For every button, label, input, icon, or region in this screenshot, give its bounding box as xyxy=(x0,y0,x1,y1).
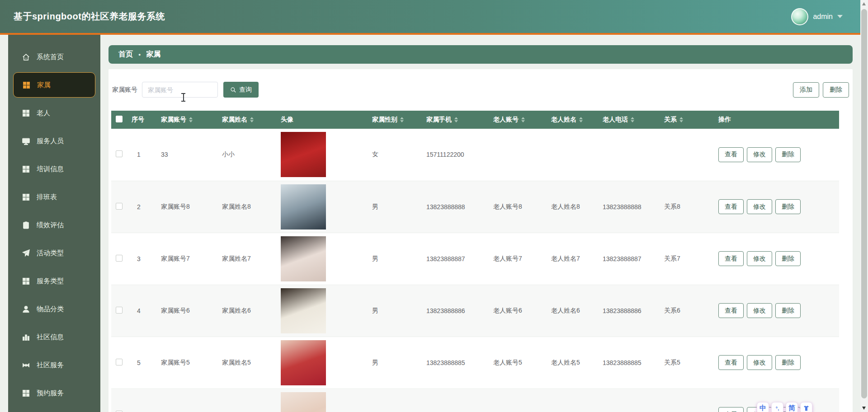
sidebar-item-排班表[interactable]: 排班表 xyxy=(8,183,100,211)
sort-arrows-icon[interactable] xyxy=(679,117,683,122)
edit-button[interactable]: 修改 xyxy=(747,147,772,162)
cell-elder-phone: 13823888887 xyxy=(598,233,660,285)
column-header-老人账号[interactable]: 老人账号 xyxy=(489,111,547,129)
cell-actions: 查看修改删除 xyxy=(714,285,839,337)
sort-arrows-icon[interactable] xyxy=(189,117,193,122)
search-label: 家属账号 xyxy=(112,86,137,94)
sidebar-item-服务类型[interactable]: 服务类型 xyxy=(8,267,100,295)
column-header-家属姓名[interactable]: 家属姓名 xyxy=(217,111,276,129)
search-input[interactable] xyxy=(142,82,218,98)
sort-arrows-icon[interactable] xyxy=(400,117,404,122)
content-panel: 家属账号 查询 添加 删除 xyxy=(108,69,853,412)
cell-relation xyxy=(660,129,714,181)
row-checkbox[interactable] xyxy=(116,359,123,365)
select-all-checkbox[interactable] xyxy=(116,116,123,122)
edit-button[interactable]: 修改 xyxy=(747,303,772,318)
cell-family-gender: 男 xyxy=(368,181,422,233)
view-button[interactable]: 查看 xyxy=(718,407,744,412)
cell-avatar xyxy=(276,129,368,181)
sidebar-item-活动类型[interactable]: 活动类型 xyxy=(8,239,100,267)
sort-arrows-icon[interactable] xyxy=(579,117,583,122)
sidebar-item-社区信息[interactable]: 社区信息 xyxy=(8,323,100,351)
view-button[interactable]: 查看 xyxy=(718,251,744,266)
row-checkbox[interactable] xyxy=(116,203,123,210)
cell-family-gender: 男 xyxy=(368,337,422,389)
ime-punctuation-mode[interactable]: °, xyxy=(771,402,783,412)
breadcrumb: 首页 ● 家属 xyxy=(108,45,853,64)
cell-family-phone: 13823888888 xyxy=(422,181,489,233)
cell-elder-name: 老人姓名6 xyxy=(547,285,598,337)
user-avatar[interactable] xyxy=(791,8,808,25)
edit-button[interactable]: 修改 xyxy=(747,199,772,214)
cell-family-phone: 15711122200 xyxy=(422,129,489,181)
scrollbar[interactable] xyxy=(860,0,868,412)
view-button[interactable]: 查看 xyxy=(718,355,744,370)
scrollbar-down-arrow-icon[interactable] xyxy=(862,407,866,410)
sidebar-item-label: 培训信息 xyxy=(37,165,64,173)
column-header-关系[interactable]: 关系 xyxy=(660,111,714,129)
column-header-老人姓名[interactable]: 老人姓名 xyxy=(547,111,598,129)
send-icon xyxy=(22,249,30,258)
column-header-家属账号[interactable]: 家属账号 xyxy=(156,111,217,129)
sidebar-item-物品分类[interactable]: 物品分类 xyxy=(8,295,100,323)
column-header-操作: 操作 xyxy=(714,111,839,129)
sidebar: 系统首页家属老人服务人员培训信息排班表绩效评估活动类型服务类型物品分类社区信息社… xyxy=(8,35,100,412)
column-header-家属性别[interactable]: 家属性别 xyxy=(368,111,422,129)
column-header-头像: 头像 xyxy=(276,111,368,129)
user-menu[interactable]: admin xyxy=(791,8,843,25)
sort-arrows-icon[interactable] xyxy=(454,117,458,122)
delete-row-button[interactable]: 删除 xyxy=(775,147,801,162)
cell-index: 2 xyxy=(127,181,156,233)
sidebar-item-老人[interactable]: 老人 xyxy=(8,99,100,127)
query-button[interactable]: 查询 xyxy=(223,82,259,98)
sidebar-item-服务人员[interactable]: 服务人员 xyxy=(8,127,100,155)
sort-arrows-icon[interactable] xyxy=(631,117,634,122)
view-button[interactable]: 查看 xyxy=(718,147,744,162)
row-checkbox[interactable] xyxy=(116,411,123,412)
search-row: 家属账号 查询 添加 删除 xyxy=(111,82,850,98)
view-button[interactable]: 查看 xyxy=(718,199,744,214)
photo-young-man-gray xyxy=(281,184,326,229)
breadcrumb-home[interactable]: 首页 xyxy=(118,50,133,59)
cell-elder-name: 老人姓名7 xyxy=(547,233,598,285)
column-header-老人电话[interactable]: 老人电话 xyxy=(598,111,660,129)
shirt-icon xyxy=(803,405,810,412)
sidebar-item-家属[interactable]: 家属 xyxy=(13,72,95,98)
cell-family-name: 家属姓名7 xyxy=(217,233,276,285)
view-button[interactable]: 查看 xyxy=(718,303,744,318)
edit-button[interactable]: 修改 xyxy=(747,355,772,370)
edit-button[interactable]: 修改 xyxy=(747,251,772,266)
delete-row-button[interactable]: 删除 xyxy=(775,251,801,266)
sidebar-item-label: 社区信息 xyxy=(37,333,64,342)
sidebar-item-预约服务[interactable]: 预约服务 xyxy=(8,379,100,407)
ime-chinese-mode[interactable]: 中 xyxy=(757,402,769,412)
breadcrumb-separator-icon: ● xyxy=(138,52,141,57)
sidebar-item-label: 活动类型 xyxy=(37,249,64,258)
sidebar-item-社区服务[interactable]: 社区服务 xyxy=(8,351,100,379)
column-header-家属手机[interactable]: 家属手机 xyxy=(422,111,489,129)
sidebar-item-系统首页[interactable]: 系统首页 xyxy=(8,43,100,71)
delete-row-button[interactable]: 删除 xyxy=(775,199,801,214)
sidebar-item-培训信息[interactable]: 培训信息 xyxy=(8,155,100,183)
scrollbar-thumb[interactable] xyxy=(861,9,867,398)
sidebar-item-绩效评估[interactable]: 绩效评估 xyxy=(8,211,100,239)
row-checkbox[interactable] xyxy=(116,307,123,314)
ime-skin[interactable] xyxy=(800,402,812,412)
add-button[interactable]: 添加 xyxy=(793,82,819,98)
scrollbar-up-arrow-icon[interactable] xyxy=(862,2,866,5)
row-checkbox[interactable] xyxy=(116,150,123,157)
monitor-icon xyxy=(22,137,30,145)
cell-family-name: 小小 xyxy=(217,129,276,181)
cell-family-phone: 13823888886 xyxy=(422,285,489,337)
delete-button[interactable]: 删除 xyxy=(823,82,849,98)
app-header: 基于springboot的社区养老服务系统 admin xyxy=(0,0,868,33)
cell-avatar xyxy=(276,389,368,412)
row-checkbox[interactable] xyxy=(116,255,123,262)
delete-row-button[interactable]: 删除 xyxy=(775,355,801,370)
sort-arrows-icon[interactable] xyxy=(250,117,254,122)
delete-row-button[interactable]: 删除 xyxy=(775,303,801,318)
sort-arrows-icon[interactable] xyxy=(521,117,525,122)
ime-simplified-mode[interactable]: 简 xyxy=(786,402,798,412)
cell-elder-account: 老人账号5 xyxy=(489,337,547,389)
cell-elder-phone: 13823888885 xyxy=(598,337,660,389)
